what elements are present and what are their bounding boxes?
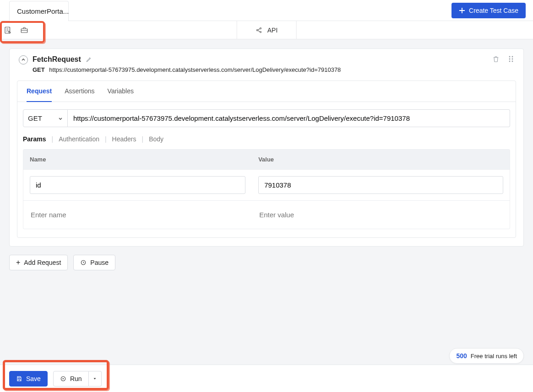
- svg-point-9: [509, 61, 511, 62]
- play-icon: [60, 376, 66, 382]
- tab-assertions[interactable]: Assertions: [65, 81, 94, 102]
- params-row-empty: [23, 200, 510, 229]
- svg-point-10: [512, 61, 513, 62]
- save-icon: [16, 376, 22, 382]
- url-input[interactable]: [68, 109, 510, 127]
- params-header-value: Value: [252, 150, 510, 169]
- subtab-params[interactable]: Params: [23, 135, 46, 143]
- trial-runs-pill[interactable]: 500 Free trial runs left: [449, 348, 524, 364]
- highlight-annotation-top: [0, 21, 45, 43]
- api-label: API: [267, 27, 278, 34]
- svg-point-2: [256, 29, 258, 31]
- pause-button[interactable]: Pause: [73, 255, 115, 270]
- save-button[interactable]: Save: [9, 371, 48, 387]
- tab-label: CustomerPorta...: [17, 7, 69, 15]
- plus-icon: +: [16, 259, 20, 266]
- svg-point-7: [509, 59, 511, 60]
- run-button[interactable]: Run: [53, 371, 89, 387]
- tab-customerportal[interactable]: CustomerPorta...: [9, 1, 69, 21]
- chevron-down-icon: [58, 116, 63, 121]
- svg-point-8: [512, 59, 513, 60]
- create-test-case-label: Create Test Case: [469, 7, 518, 14]
- tab-request[interactable]: Request: [27, 81, 52, 102]
- params-table: Name Value: [23, 149, 510, 229]
- param-name-input[interactable]: [30, 176, 245, 194]
- svg-point-4: [260, 31, 261, 32]
- add-request-button[interactable]: + Add Request: [9, 255, 68, 270]
- tab-variables[interactable]: Variables: [108, 81, 134, 102]
- param-value-input-new[interactable]: [258, 207, 503, 222]
- save-label: Save: [26, 375, 41, 382]
- method-select-value: GET: [28, 114, 42, 122]
- add-request-label: Add Request: [24, 259, 61, 266]
- param-value-input[interactable]: [258, 176, 503, 194]
- plus-icon: [459, 7, 465, 14]
- params-row: [23, 169, 510, 200]
- trial-count: 500: [456, 352, 467, 360]
- request-name: FetchRequest: [33, 55, 81, 64]
- svg-point-5: [509, 56, 511, 58]
- create-test-case-button[interactable]: Create Test Case: [451, 3, 526, 18]
- drag-handle-icon[interactable]: [508, 55, 514, 63]
- api-tab[interactable]: API: [237, 21, 297, 39]
- method-select[interactable]: GET: [23, 109, 68, 127]
- request-card: FetchRequest GET https://customerportal-…: [9, 48, 524, 247]
- clock-icon: [80, 259, 87, 266]
- collapse-toggle[interactable]: [19, 55, 28, 64]
- request-method: GET: [33, 66, 45, 73]
- svg-point-6: [512, 56, 513, 58]
- trial-label: Free trial runs left: [471, 353, 517, 360]
- run-label: Run: [70, 375, 82, 382]
- pause-label: Pause: [90, 259, 109, 266]
- trash-icon[interactable]: [492, 55, 500, 63]
- request-url-display: https://customerportal-57673975.developm…: [49, 66, 341, 73]
- subtab-headers[interactable]: Headers: [112, 135, 136, 143]
- param-name-input-new[interactable]: [30, 207, 245, 222]
- share-icon: [256, 27, 263, 34]
- run-dropdown-toggle[interactable]: [89, 371, 102, 387]
- params-header-name: Name: [23, 150, 252, 169]
- subtab-body[interactable]: Body: [149, 135, 163, 143]
- subtab-authentication[interactable]: Authentication: [59, 135, 99, 143]
- pencil-icon[interactable]: [86, 56, 92, 63]
- svg-point-3: [260, 27, 261, 29]
